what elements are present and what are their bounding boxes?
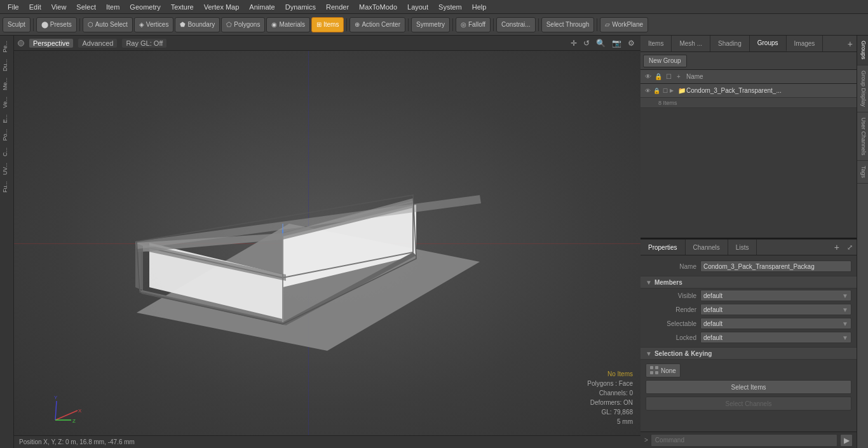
sculpt-button[interactable]: Sculpt	[3, 17, 31, 32]
auto-select-button[interactable]: ⬡ Auto Select	[83, 17, 133, 32]
left-sidebar: Pe... Du... Me... Ve... E... Po... C... …	[0, 36, 14, 448]
command-go-button[interactable]: ▶	[840, 434, 853, 447]
workplane-icon: ▱	[605, 21, 610, 28]
constraints-button[interactable]: Constrai...	[496, 17, 536, 32]
menu-file[interactable]: File	[3, 2, 24, 12]
viewport-search-icon[interactable]: 🔍	[594, 38, 607, 48]
polygons-button[interactable]: ⬠ Polygons	[221, 17, 265, 32]
menu-select[interactable]: Select	[71, 2, 101, 12]
new-group-button[interactable]: New Group	[643, 55, 687, 67]
tab-shading[interactable]: Shading	[710, 36, 750, 51]
items-button[interactable]: ⊞ Items	[311, 17, 344, 32]
presets-button[interactable]: ⬤ Presets	[36, 17, 77, 32]
right-main: Items Mesh ... Shading Groups Images + N…	[641, 36, 857, 448]
vtab-groups[interactable]: Groups	[857, 36, 868, 65]
menu-dynamics[interactable]: Dynamics	[280, 2, 321, 12]
viewport[interactable]: No Items Polygons : Face Channels: 0 Def…	[14, 51, 641, 435]
tab-mesh[interactable]: Mesh ...	[672, 36, 710, 51]
props-tab-add[interactable]: +	[831, 241, 843, 254]
no-items-text: No Items	[587, 369, 633, 379]
groups-list-area: 👁 🔒 ☐ ▶ 📁 Condom_3_Pack_Transparent_... …	[641, 84, 857, 238]
props-tab-lists[interactable]: Lists	[728, 240, 757, 255]
sidebar-item-c[interactable]: C...	[1, 145, 13, 159]
members-arrow-icon: ▼	[646, 279, 652, 286]
menu-maxtomodo[interactable]: MaxToModo	[354, 2, 402, 12]
sidebar-item-me[interactable]: Me...	[1, 75, 13, 93]
viewport-move-icon[interactable]: ✛	[569, 38, 579, 48]
raygl-label[interactable]: Ray GL: Off	[122, 39, 166, 48]
menu-edit[interactable]: Edit	[24, 2, 46, 12]
sidebar-item-uv[interactable]: UV...	[1, 160, 13, 177]
menu-item[interactable]: Item	[101, 2, 125, 12]
keying-select-channels-row: Select Channels	[646, 397, 851, 411]
menu-view[interactable]: View	[46, 2, 72, 12]
materials-button[interactable]: ◉ Materials	[266, 17, 310, 32]
render-dropdown[interactable]: default ▼	[700, 304, 851, 315]
sidebar-item-po[interactable]: Po...	[1, 126, 13, 144]
tab-items[interactable]: Items	[641, 36, 672, 51]
keying-none-button[interactable]: None	[646, 363, 681, 377]
render-arrow-icon: ▼	[842, 306, 848, 313]
select-through-button[interactable]: Select Through	[541, 17, 595, 32]
command-arrow-icon: >	[644, 437, 648, 444]
menu-bar: File Edit View Select Item Geometry Text…	[0, 0, 868, 14]
menu-layout[interactable]: Layout	[402, 2, 433, 12]
props-tab-channels[interactable]: Channels	[686, 240, 728, 255]
render-row: Render default ▼	[641, 302, 857, 316]
sidebar-item-du[interactable]: Du...	[1, 57, 13, 74]
toolbar-sep-1	[33, 18, 34, 31]
advanced-label[interactable]: Advanced	[78, 39, 117, 48]
visible-dropdown[interactable]: default ▼	[700, 290, 851, 301]
props-expand-button[interactable]: ⤢	[843, 242, 857, 253]
selectable-dropdown[interactable]: default ▼	[700, 318, 851, 329]
action-center-button[interactable]: ⊕ Action Center	[349, 17, 405, 32]
members-section-header[interactable]: ▼ Members	[641, 276, 857, 288]
sidebar-item-fu[interactable]: Fu...	[1, 179, 13, 195]
vtab-user-channels[interactable]: User Channels	[857, 112, 868, 161]
tab-add-button[interactable]: +	[844, 38, 857, 50]
keying-section-header[interactable]: ▼ Selection & Keying	[641, 347, 857, 360]
perspective-label[interactable]: Perspective	[29, 39, 73, 48]
keying-select-items-row: Select Items	[646, 380, 851, 394]
menu-help[interactable]: Help	[467, 2, 492, 12]
select-channels-button[interactable]: Select Channels	[646, 397, 851, 411]
svg-text:X: X	[78, 408, 82, 414]
visible-value: default	[703, 292, 722, 299]
sidebar-item-e[interactable]: E...	[1, 112, 13, 126]
menu-render[interactable]: Render	[321, 2, 354, 12]
render-value: default	[703, 306, 722, 313]
command-input[interactable]	[651, 434, 837, 447]
locked-dropdown[interactable]: default ▼	[700, 332, 851, 343]
select-items-button[interactable]: Select Items	[646, 380, 851, 394]
sidebar-item-ve[interactable]: Ve...	[1, 94, 13, 111]
workplane-button[interactable]: ▱ WorkPlane	[600, 17, 648, 32]
channels-text: Channels: 0	[587, 388, 633, 398]
tab-groups[interactable]: Groups	[750, 36, 787, 51]
group-row-0[interactable]: 👁 🔒 ☐ ▶ 📁 Condom_3_Pack_Transparent_...	[641, 84, 857, 98]
viewport-cam-icon[interactable]: 📷	[610, 38, 623, 48]
boundary-button[interactable]: ⬟ Boundary	[175, 17, 220, 32]
menu-vertex-map[interactable]: Vertex Map	[199, 2, 245, 12]
sidebar-item-pe[interactable]: Pe...	[1, 38, 13, 55]
viewport-settings-icon[interactable]: ⚙	[626, 38, 637, 48]
menu-texture[interactable]: Texture	[166, 2, 199, 12]
menu-system[interactable]: System	[433, 2, 467, 12]
3d-object	[86, 122, 531, 365]
selectable-arrow-icon: ▼	[842, 320, 848, 327]
name-input[interactable]	[700, 261, 851, 272]
symmetry-button[interactable]: Symmetry	[411, 17, 450, 32]
group-expand-icon[interactable]: ▶	[670, 88, 676, 93]
falloff-icon: ◎	[461, 21, 466, 28]
vtab-group-display[interactable]: Group Display	[857, 65, 868, 112]
keying-content: None Select Items Select Channels	[641, 360, 857, 417]
viewport-refresh-icon[interactable]: ↺	[581, 38, 592, 48]
falloff-button[interactable]: ◎ Falloff	[456, 17, 491, 32]
col-icon-2: 🔒	[653, 72, 663, 82]
menu-animate[interactable]: Animate	[244, 2, 280, 12]
props-tab-properties[interactable]: Properties	[641, 240, 686, 255]
vtab-tags[interactable]: Tags	[857, 161, 868, 184]
tab-images[interactable]: Images	[787, 36, 824, 51]
vertices-button[interactable]: ◈ Vertices	[134, 17, 174, 32]
toolbar-sep-8	[597, 18, 597, 31]
menu-geometry[interactable]: Geometry	[125, 2, 165, 12]
